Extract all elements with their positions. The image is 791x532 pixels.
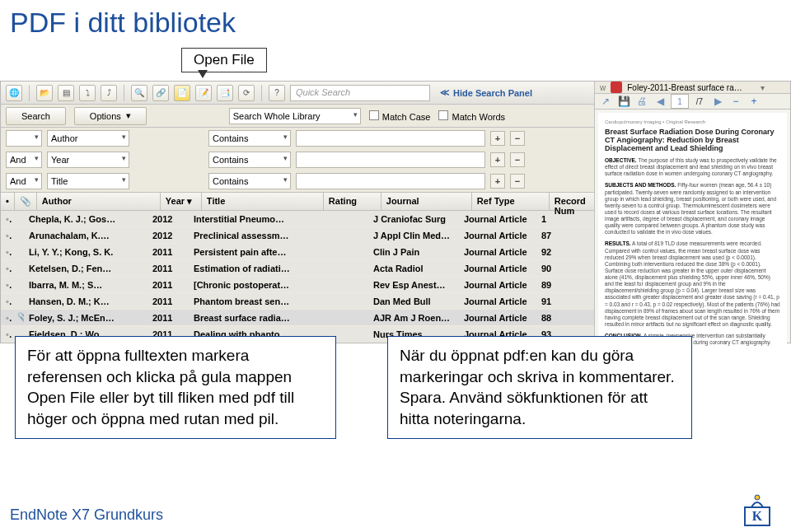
recnum-cell: 88 <box>536 310 586 325</box>
col-recordnum[interactable]: Record Num <box>550 193 599 210</box>
match-case-checkbox[interactable]: Match Case <box>369 110 431 122</box>
open-external-icon[interactable]: ↗ <box>598 94 613 109</box>
field-select[interactable]: Year <box>47 152 129 168</box>
col-journal[interactable]: Journal <box>381 193 472 210</box>
rating-cell <box>311 233 368 238</box>
col-year[interactable]: Year ▾ <box>161 193 202 210</box>
new-record-icon[interactable]: ▤ <box>58 85 74 101</box>
quick-search-input[interactable]: Quick Search <box>290 85 430 101</box>
col-attachment[interactable]: 📎 <box>15 193 37 210</box>
field-select[interactable]: Author <box>47 130 129 147</box>
prev-page-icon[interactable]: ◀ <box>653 94 667 109</box>
format-icon[interactable]: 📑 <box>217 85 233 101</box>
insert-cite-icon[interactable]: 📝 <box>195 85 212 101</box>
chevron-down-icon: ▾ <box>126 110 131 121</box>
title-cell: Interstitial Pneumo… <box>189 212 311 226</box>
col-title[interactable]: Title <box>202 193 324 210</box>
col-read[interactable]: • <box>1 193 15 210</box>
endnote-app-window: 🌐 📂 ▤ ⤵ ⤴ 🔍 🔗 📄 📝 📑 ⟳ ? Quick Search ≪ H… <box>0 81 791 343</box>
add-row-button[interactable]: + <box>490 152 505 167</box>
filter-value-input[interactable] <box>296 130 485 147</box>
unread-dot <box>1 228 12 243</box>
author-cell: Arunachalam, K.… <box>24 228 147 243</box>
col-author[interactable]: Author <box>37 193 161 210</box>
save-icon[interactable]: 💾 <box>616 94 631 109</box>
op-select[interactable]: And <box>6 152 42 168</box>
comparator-select[interactable]: Contains <box>208 130 291 147</box>
year-cell: 2011 <box>147 261 189 276</box>
options-button[interactable]: Options ▾ <box>74 107 147 125</box>
attachment-cell <box>12 282 24 287</box>
add-row-button[interactable]: + <box>490 131 505 146</box>
year-cell: 2011 <box>147 294 189 309</box>
next-page-icon[interactable]: ▶ <box>710 94 725 109</box>
attachment-cell <box>12 217 24 222</box>
journal-cell: J Appl Clin Med… <box>368 228 459 243</box>
col-reftype[interactable]: Ref Type <box>472 193 550 210</box>
open-file-icon[interactable]: 📄 <box>174 85 190 101</box>
match-words-checkbox[interactable]: Match Words <box>438 110 505 122</box>
remove-row-button[interactable]: − <box>510 174 525 189</box>
attachment-cell <box>12 233 24 238</box>
year-cell: 2012 <box>147 228 189 243</box>
hide-search-panel-link[interactable]: ≪ Hide Search Panel <box>440 87 532 98</box>
svg-text:K: K <box>752 509 763 523</box>
rating-cell <box>311 315 368 320</box>
help-icon[interactable]: ? <box>269 85 285 101</box>
comparator-select[interactable]: Contains <box>208 173 291 189</box>
col-rating[interactable]: Rating <box>324 193 381 210</box>
filter-value-input[interactable] <box>296 152 485 168</box>
journal-cell: Clin J Pain <box>368 245 459 259</box>
print-icon[interactable]: 🖨 <box>634 94 649 109</box>
title-cell: Breast surface radia… <box>189 310 311 325</box>
reftype-cell: Journal Article <box>459 245 536 259</box>
year-cell: 2011 <box>147 245 189 259</box>
attachment-cell: 📎 <box>12 310 24 325</box>
sort-desc-icon: ▾ <box>187 196 192 206</box>
search-scope-select[interactable]: Search Whole Library <box>229 108 361 124</box>
folder-icon[interactable]: 📂 <box>36 85 53 101</box>
pdf-tab-label[interactable]: Foley-2011-Breast surface radia.pdf <box>627 83 742 92</box>
rating-cell <box>311 299 368 304</box>
title-cell: Persistent pain afte… <box>189 245 311 259</box>
pdf-paragraph: OBJECTIVE. The purpose of this study was… <box>605 157 780 177</box>
chevron-down-icon[interactable]: ▾ <box>761 83 765 92</box>
add-row-button[interactable]: + <box>490 174 505 189</box>
attachment-icon[interactable] <box>747 83 756 91</box>
year-cell: 2012 <box>147 212 189 226</box>
unread-dot <box>1 278 12 292</box>
title-cell: [Chronic postoperat… <box>189 278 311 292</box>
remove-row-button[interactable]: − <box>510 131 525 146</box>
zoom-in-icon[interactable]: + <box>747 94 761 109</box>
export-icon[interactable]: ⤴ <box>101 85 117 101</box>
find-fulltext-icon[interactable]: 🔍 <box>131 85 147 101</box>
op-select[interactable] <box>6 130 42 147</box>
reftype-cell: Journal Article <box>459 278 536 292</box>
author-cell: Chepla, K. J.; Gos… <box>24 212 147 226</box>
svg-point-2 <box>755 495 760 500</box>
search-button[interactable]: Search <box>6 107 66 125</box>
globe-icon[interactable]: 🌐 <box>6 85 22 101</box>
remove-row-button[interactable]: − <box>510 152 525 167</box>
unread-dot <box>1 212 12 226</box>
title-cell: Preclinical assessm… <box>189 228 311 243</box>
pdf-preview-pane: w Foley-2011-Breast surface radia.pdf ▾ … <box>594 82 790 343</box>
zoom-out-icon[interactable]: − <box>728 94 743 109</box>
import-icon[interactable]: ⤵ <box>79 85 96 101</box>
open-link-icon[interactable]: 🔗 <box>152 85 169 101</box>
unread-dot <box>1 327 12 342</box>
comparator-select[interactable]: Contains <box>208 152 291 168</box>
author-cell: Foley, S. J.; McEn… <box>24 310 147 325</box>
sync-icon[interactable]: ⟳ <box>238 85 255 101</box>
year-cell: 2011 <box>147 278 189 292</box>
op-select[interactable]: And <box>6 173 42 189</box>
recnum-cell: 91 <box>536 294 586 309</box>
journal-cell: Acta Radiol <box>368 261 459 276</box>
slide-title: PDF i ditt bibliotek <box>0 0 791 42</box>
attachment-cell <box>12 250 24 254</box>
separator <box>261 85 262 101</box>
slide-footer: EndNote X7 Grundkurs <box>10 506 163 524</box>
filter-value-input[interactable] <box>296 173 485 189</box>
unread-dot <box>1 310 12 325</box>
field-select[interactable]: Title <box>47 173 129 189</box>
